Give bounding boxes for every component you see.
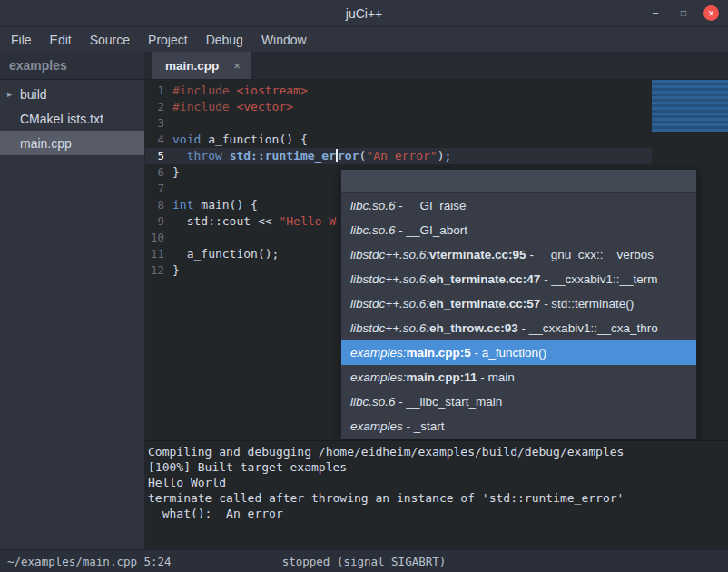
frame-function: - __libc_start_main [396, 395, 503, 409]
close-icon: × [708, 8, 714, 19]
backtrace-item[interactable]: libc.so.6 - __GI_abort [341, 218, 696, 242]
tree-item-main-cpp[interactable]: main.cpp [0, 131, 144, 155]
frame-function: - __GI_abort [396, 223, 468, 237]
project-header: examples [0, 52, 145, 79]
code-token: <vector> [236, 100, 293, 113]
code-token: a_function(); [172, 247, 279, 261]
maximize-icon: □ [681, 8, 686, 18]
app-window: juCi++ − □ × FileEditSourceProjectDebugW… [0, 0, 728, 572]
code-token: void [172, 133, 201, 146]
backtrace-popup: libc.so.6 - __GI_raiselibc.so.6 - __GI_a… [340, 169, 697, 439]
backtrace-item[interactable]: libstdc++.so.6:eh_terminate.cc:47 - __cx… [341, 267, 696, 291]
tab-main-cpp[interactable]: main.cpp × [152, 52, 251, 79]
tab-label: main.cpp [165, 59, 219, 73]
code-text: #include <vector> [172, 99, 293, 115]
menu-item-source[interactable]: Source [81, 27, 139, 52]
frame-library: libstdc++.so.6: [350, 297, 429, 311]
code-text: int main() { [172, 197, 258, 213]
window-controls: − □ × [647, 0, 719, 26]
line-number: 4 [145, 132, 172, 148]
editor[interactable]: 1#include <iostream>2#include <vector>34… [145, 80, 728, 440]
code-line-4[interactable]: 4void a_function() { [145, 132, 728, 148]
backtrace-item[interactable]: libc.so.6 - __libc_start_main [341, 390, 696, 414]
frame-library: examples: [350, 370, 407, 384]
code-line-3[interactable]: 3 [145, 115, 728, 132]
terminal-line: Hello World [148, 475, 728, 490]
line-number: 6 [145, 164, 172, 181]
editor-column: 1#include <iostream>2#include <vector>34… [145, 80, 728, 549]
code-token: "An error" [366, 149, 437, 163]
code-token: throw [187, 149, 222, 163]
code-token: main() { [193, 198, 257, 212]
backtrace-item[interactable]: libstdc++.so.6:vterminate.cc:95 - __gnu_… [341, 242, 696, 267]
code-text: } [172, 164, 180, 181]
code-token: } [172, 165, 180, 179]
frame-function: - _start [403, 419, 445, 433]
frame-library: examples: [350, 346, 407, 360]
terminal-line: terminate called after throwing an insta… [148, 490, 728, 506]
tree-item-build[interactable]: ▸build [0, 82, 144, 106]
frame-library: libc.so.6 [350, 223, 396, 237]
code-text: a_function(); [172, 246, 279, 262]
terminal-line: [100%] Built target examples [148, 459, 728, 475]
line-number: 5 [145, 148, 172, 164]
terminal-line: what(): An error [148, 506, 728, 521]
frame-location: vterminate.cc:95 [429, 248, 526, 261]
tree-item-label: main.cpp [20, 136, 72, 151]
backtrace-item[interactable]: examples - _start [341, 414, 696, 439]
titlebar[interactable]: juCi++ − □ × [0, 0, 728, 27]
backtrace-item[interactable]: libc.so.6 - __GI_raise [341, 193, 696, 218]
frame-location: main.cpp:5 [407, 346, 471, 360]
menu-item-project[interactable]: Project [139, 27, 197, 52]
statusbar: stopped (signal SIGABRT) ~/examples/main… [0, 549, 728, 572]
line-number: 12 [145, 262, 172, 279]
tab-close-icon[interactable]: × [233, 59, 241, 73]
maximize-button[interactable]: □ [675, 5, 692, 22]
frame-function: - __GI_raise [396, 199, 467, 212]
menu-item-edit[interactable]: Edit [41, 27, 81, 52]
chevron-right-icon[interactable]: ▸ [7, 88, 20, 100]
code-token: std::cout << [172, 214, 279, 228]
frame-function: - main [477, 370, 515, 384]
code-text: std::cout << "Hello W [172, 213, 336, 230]
header-band: examples main.cpp × [0, 52, 728, 80]
line-number: 2 [145, 99, 172, 115]
window-title: juCi++ [0, 6, 728, 21]
code-token: #include [172, 84, 230, 97]
line-number: 1 [145, 83, 172, 99]
backtrace-item[interactable]: libstdc++.so.6:eh_throw.cc:93 - __cxxabi… [341, 316, 696, 340]
code-text: #include <iostream> [172, 83, 308, 99]
output-terminal[interactable]: Compiling and debugging /home/eidheim/ex… [145, 440, 728, 549]
code-token: ); [438, 149, 452, 163]
frame-location: main.cpp:11 [407, 370, 477, 384]
frame-library: examples [350, 419, 403, 433]
close-button[interactable]: × [703, 5, 719, 21]
frame-library: libc.so.6 [350, 395, 396, 409]
code-token [172, 149, 187, 163]
backtrace-item[interactable]: examples:main.cpp:5 - a_function() [341, 340, 696, 365]
frame-function: - __cxxabiv1::__cxa_thro [518, 321, 658, 335]
line-number: 11 [145, 246, 172, 262]
file-tree: ▸buildCMakeLists.txtmain.cpp [0, 80, 145, 549]
code-token: <iostream> [236, 84, 307, 97]
menu-item-window[interactable]: Window [252, 27, 316, 52]
code-text: } [172, 262, 180, 279]
popup-search-entry[interactable] [341, 170, 696, 193]
tree-item-cmakelists-txt[interactable]: CMakeLists.txt [0, 106, 144, 131]
code-line-2[interactable]: 2#include <vector> [145, 99, 728, 115]
menu-item-file[interactable]: File [2, 27, 41, 52]
code-token: } [172, 263, 180, 277]
code-token: std::runtime_er [230, 149, 336, 163]
minimize-button[interactable]: − [647, 5, 664, 22]
backtrace-item[interactable]: examples:main.cpp:11 - main [341, 365, 696, 390]
menu-item-debug[interactable]: Debug [197, 27, 252, 52]
backtrace-item[interactable]: libstdc++.so.6:eh_terminate.cc:57 - std:… [341, 291, 696, 316]
code-text: void a_function() { [172, 132, 308, 148]
code-line-1[interactable]: 1#include <iostream> [145, 83, 728, 99]
main-area: ▸buildCMakeLists.txtmain.cpp 1#include <… [0, 80, 728, 549]
tree-item-label: CMakeLists.txt [20, 112, 103, 126]
frame-function: - a_function() [471, 346, 546, 360]
code-token: ror [338, 149, 359, 163]
menubar: FileEditSourceProjectDebugWindow [0, 27, 728, 52]
code-line-5[interactable]: 5 throw std::runtime_error("An error"); [145, 148, 728, 164]
